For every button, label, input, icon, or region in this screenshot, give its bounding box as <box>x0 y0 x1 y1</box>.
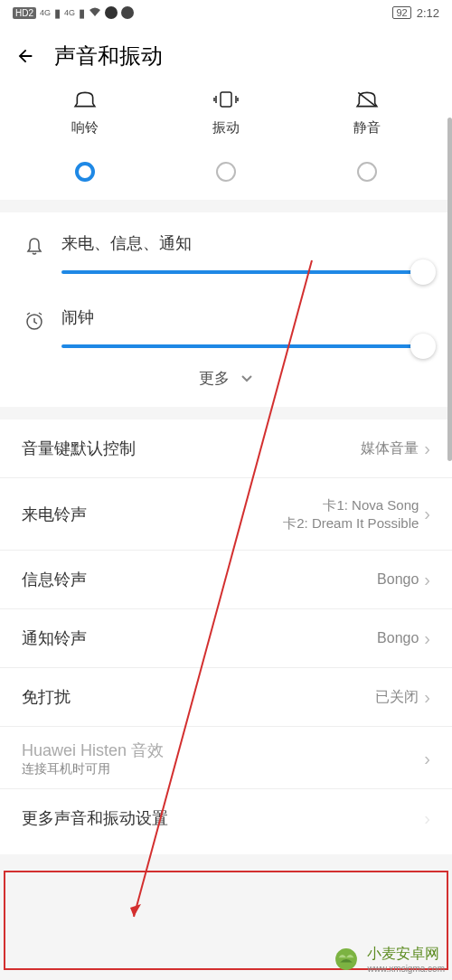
row-message-value: Bongo <box>377 571 419 588</box>
chevron-right-icon: › <box>424 628 430 649</box>
slider-alarm: 闹钟 <box>0 292 452 348</box>
row-histen-title: Huawei Histen 音效 <box>22 740 164 761</box>
chevron-right-icon: › <box>424 570 430 590</box>
row-histen-sub: 连接耳机时可用 <box>22 761 164 777</box>
row-ringtone-title: 来电铃声 <box>22 504 87 525</box>
signal-bars-1: ▮ <box>54 6 61 20</box>
radio-silent[interactable] <box>357 162 377 182</box>
clock: 2:12 <box>417 6 439 20</box>
scroll-indicator <box>447 118 452 461</box>
row-dnd-value: 已关闭 <box>375 688 419 707</box>
alarm-clock-icon <box>22 310 47 332</box>
watermark-text: 小麦安卓网 <box>367 946 439 961</box>
row-message-tone[interactable]: 信息铃声 Bongo › <box>0 551 452 609</box>
chevron-right-icon: › <box>424 687 430 708</box>
row-volume-key[interactable]: 音量键默认控制 媒体音量 › <box>0 419 452 478</box>
wifi-icon <box>89 6 101 20</box>
row-message-title: 信息铃声 <box>22 569 87 590</box>
row-volume-key-value: 媒体音量 <box>361 439 419 458</box>
svg-rect-0 <box>221 92 231 107</box>
row-more-settings-title: 更多声音和振动设置 <box>22 807 168 829</box>
sound-mode-selector: 响铃 振动 静音 <box>0 89 452 200</box>
row-histen: Huawei Histen 音效 连接耳机时可用 › <box>0 727 452 789</box>
chevron-right-icon: › <box>424 749 430 769</box>
slider-calls: 来电、信息、通知 <box>0 218 452 274</box>
chevron-down-icon <box>240 370 253 387</box>
mode-silent-label: 静音 <box>353 119 381 137</box>
slider-calls-label: 来电、信息、通知 <box>61 232 430 254</box>
row-ringtone-sim1: 卡1: Nova Song <box>323 496 419 514</box>
watermark-logo-icon <box>331 944 362 975</box>
page-title: 声音和振动 <box>54 42 163 71</box>
row-notification-value: Bongo <box>377 630 419 646</box>
mode-vibrate-label: 振动 <box>212 119 240 137</box>
slider-alarm-thumb[interactable] <box>410 334 436 359</box>
bell-icon <box>71 89 99 110</box>
mode-silent[interactable]: 静音 <box>297 89 438 182</box>
settings-list: 音量键默认控制 媒体音量 › 来电铃声 卡1: Nova Song 卡2: Dr… <box>0 419 452 854</box>
bell-slash-icon <box>353 89 381 110</box>
bell-outline-icon <box>22 236 47 258</box>
status-bar: HD2 4G ▮ 4G ▮ 92 2:12 <box>0 0 452 25</box>
watermark: 小麦安卓网 www.xmsigma.com <box>331 944 445 975</box>
mode-ring-label: 响铃 <box>71 119 99 137</box>
expand-more-label: 更多 <box>199 370 230 387</box>
app-badge-2 <box>121 6 134 19</box>
chevron-right-icon: › <box>424 504 430 524</box>
row-ringtone-sim2: 卡2: Dream It Possible <box>283 514 419 532</box>
chevron-right-icon: › <box>424 808 430 829</box>
slider-calls-track[interactable] <box>61 270 427 274</box>
section-divider-2 <box>0 407 452 419</box>
radio-ring[interactable] <box>75 162 95 182</box>
radio-vibrate[interactable] <box>216 162 236 182</box>
hd-badge: HD2 <box>13 7 36 19</box>
back-button[interactable] <box>14 45 36 67</box>
row-more-settings[interactable]: 更多声音和振动设置 › <box>0 789 452 854</box>
slider-calls-thumb[interactable] <box>410 259 436 285</box>
row-dnd-title: 免打扰 <box>22 686 71 708</box>
signal-1: 4G <box>40 8 51 17</box>
vibrate-icon <box>212 89 240 110</box>
watermark-url: www.xmsigma.com <box>367 964 445 974</box>
battery-level: 92 <box>392 6 410 19</box>
mode-ring[interactable]: 响铃 <box>14 89 155 182</box>
app-badge-1 <box>105 6 118 19</box>
chevron-right-icon: › <box>424 438 430 459</box>
slider-alarm-label: 闹钟 <box>61 306 430 328</box>
expand-more[interactable]: 更多 <box>0 348 452 400</box>
svg-marker-4 <box>130 904 141 917</box>
row-notification-tone[interactable]: 通知铃声 Bongo › <box>0 609 452 668</box>
row-dnd[interactable]: 免打扰 已关闭 › <box>0 668 452 727</box>
signal-bars-2: ▮ <box>79 6 85 20</box>
section-divider <box>0 200 452 212</box>
page-header: 声音和振动 <box>0 25 452 89</box>
mode-vibrate[interactable]: 振动 <box>155 89 297 182</box>
volume-sliders: 来电、信息、通知 闹钟 更多 <box>0 212 452 407</box>
row-volume-key-title: 音量键默认控制 <box>22 438 136 459</box>
signal-2: 4G <box>64 8 75 17</box>
slider-alarm-track[interactable] <box>61 344 427 348</box>
row-ringtone[interactable]: 来电铃声 卡1: Nova Song 卡2: Dream It Possible… <box>0 478 452 551</box>
row-notification-title: 通知铃声 <box>22 627 87 649</box>
